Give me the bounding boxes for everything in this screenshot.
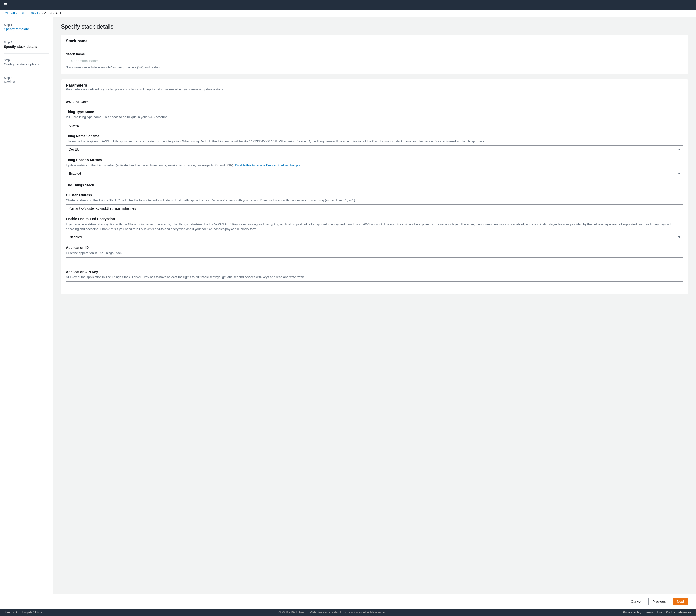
- feedback-button[interactable]: Feedback: [5, 611, 18, 614]
- breadcrumb-stacks[interactable]: Stacks: [31, 12, 41, 15]
- thing-name-scheme-select-wrapper: DevEUI Device ID ▼: [66, 145, 683, 153]
- breadcrumb-sep-2: ›: [42, 12, 43, 15]
- stack-name-card-header: Stack name: [61, 35, 688, 47]
- hamburger-icon[interactable]: ☰: [4, 2, 8, 7]
- thing-shadow-metrics-label: Thing Shadow Metrics: [66, 158, 683, 162]
- step-3-title: Configure stack options: [4, 62, 49, 66]
- cluster-address-description: Cluster address of The Things Stack Clou…: [66, 198, 683, 203]
- next-button[interactable]: Next: [673, 598, 688, 605]
- thing-type-name-label: Thing Type Name: [66, 110, 683, 114]
- step-2-label: Step 2: [4, 41, 49, 44]
- application-id-label: Application ID: [66, 246, 683, 250]
- page-title: Specify stack details: [61, 23, 688, 30]
- disable-link[interactable]: Disable this to reduce Device Shadow cha…: [235, 163, 301, 167]
- stack-name-title: Stack name: [66, 39, 683, 43]
- parameters-card-header: Parameters Parameters are defined in you…: [61, 79, 688, 95]
- language-selector[interactable]: English (US) ▼: [22, 611, 43, 614]
- bottom-bar-right: Privacy Policy Terms of Use Cookie prefe…: [623, 611, 691, 614]
- application-api-key-label: Application API Key: [66, 270, 683, 274]
- thing-type-name-field: Thing Type Name IoT Core thing type name…: [66, 110, 683, 129]
- e2e-encryption-description: If you enable end-to-end encryption with…: [66, 222, 683, 231]
- thing-name-scheme-field: Thing Name Scheme The name that is given…: [66, 134, 683, 154]
- breadcrumb: CloudFormation › Stacks › Create stack: [0, 10, 696, 17]
- thing-name-scheme-label: Thing Name Scheme: [66, 134, 683, 138]
- parameters-title: Parameters: [66, 83, 683, 88]
- e2e-encryption-field: Enable End-to-End Encryption If you enab…: [66, 217, 683, 241]
- application-id-description: ID of the application in The Things Stac…: [66, 251, 683, 255]
- cancel-button[interactable]: Cancel: [627, 598, 646, 605]
- application-api-key-input[interactable]: [66, 281, 683, 289]
- breadcrumb-cloudformation[interactable]: CloudFormation: [5, 12, 27, 15]
- parameters-card: Parameters Parameters are defined in you…: [61, 79, 688, 294]
- application-id-input[interactable]: [66, 257, 683, 265]
- step-2-title: Specify stack details: [4, 45, 49, 49]
- terms-of-use-link[interactable]: Terms of Use: [645, 611, 662, 614]
- sidebar-step-2: Step 2 Specify stack details: [4, 41, 49, 49]
- stack-name-field-label: Stack name: [66, 52, 683, 56]
- stack-name-input[interactable]: [66, 57, 683, 65]
- thing-shadow-metrics-select[interactable]: Enabled Disabled: [66, 170, 683, 177]
- stack-name-card: Stack name Stack name Stack name can inc…: [61, 35, 688, 74]
- main-layout: Step 1 Specify template Step 2 Specify s…: [0, 17, 696, 594]
- thing-name-scheme-description: The name that is given to AWS IoT things…: [66, 139, 683, 144]
- step-4-title: Review: [4, 80, 49, 84]
- thing-shadow-metrics-select-wrapper: Enabled Disabled ▼: [66, 170, 683, 177]
- e2e-encryption-label: Enable End-to-End Encryption: [66, 217, 683, 221]
- step-3-label: Step 3: [4, 59, 49, 62]
- application-id-field: Application ID ID of the application in …: [66, 246, 683, 265]
- page-footer: Cancel Previous Next: [0, 594, 696, 609]
- step-1-title[interactable]: Specify template: [4, 27, 49, 31]
- breadcrumb-sep-1: ›: [29, 12, 30, 15]
- cluster-address-input[interactable]: [66, 204, 683, 212]
- stack-name-card-body: Stack name Stack name can include letter…: [61, 47, 688, 74]
- cookie-preferences-link[interactable]: Cookie preferences: [666, 611, 691, 614]
- copyright-text: © 2008 - 2021, Amazon Web Services Priva…: [279, 611, 387, 614]
- previous-button[interactable]: Previous: [648, 598, 670, 605]
- parameters-card-body: AWS IoT Core Thing Type Name IoT Core th…: [61, 95, 688, 294]
- thing-shadow-metrics-field: Thing Shadow Metrics Update metrics in t…: [66, 158, 683, 177]
- breadcrumb-current: Create stack: [44, 12, 62, 15]
- cluster-address-label: Cluster Address: [66, 193, 683, 197]
- sidebar: Step 1 Specify template Step 2 Specify s…: [0, 17, 53, 594]
- thing-name-scheme-select[interactable]: DevEUI Device ID: [66, 145, 683, 153]
- content-area: Specify stack details Stack name Stack n…: [53, 17, 696, 594]
- parameters-description: Parameters are defined in your template …: [66, 88, 683, 91]
- thing-type-name-description: IoT Core thing type name. This needs to …: [66, 115, 683, 120]
- e2e-encryption-select[interactable]: Disabled Enabled: [66, 233, 683, 241]
- sidebar-step-4: Step 4 Review: [4, 76, 49, 84]
- aws-iot-core-title: AWS IoT Core: [66, 100, 683, 106]
- language-label: English (US): [22, 611, 39, 614]
- sidebar-step-1: Step 1 Specify template: [4, 23, 49, 31]
- stack-name-hint: Stack name can include letters (A-Z and …: [66, 66, 683, 69]
- step-4-label: Step 4: [4, 76, 49, 79]
- top-navigation: ☰: [0, 0, 696, 10]
- application-api-key-field: Application API Key API key of the appli…: [66, 270, 683, 289]
- thing-shadow-metrics-description: Update metrics in the thing shadow (acti…: [66, 163, 683, 168]
- language-arrow-icon: ▼: [39, 611, 43, 614]
- e2e-encryption-select-wrapper: Disabled Enabled ▼: [66, 233, 683, 241]
- step-1-label: Step 1: [4, 23, 49, 27]
- things-stack-title: The Things Stack: [66, 183, 683, 189]
- stack-name-field: Stack name Stack name can include letter…: [66, 52, 683, 69]
- thing-type-name-input[interactable]: [66, 122, 683, 129]
- cluster-address-field: Cluster Address Cluster address of The T…: [66, 193, 683, 212]
- sidebar-step-3: Step 3 Configure stack options: [4, 59, 49, 66]
- privacy-policy-link[interactable]: Privacy Policy: [623, 611, 642, 614]
- application-api-key-description: API key of the application in The Things…: [66, 275, 683, 280]
- bottom-bar: Feedback English (US) ▼ © 2008 - 2021, A…: [0, 609, 696, 616]
- bottom-bar-left: Feedback English (US) ▼: [5, 611, 43, 614]
